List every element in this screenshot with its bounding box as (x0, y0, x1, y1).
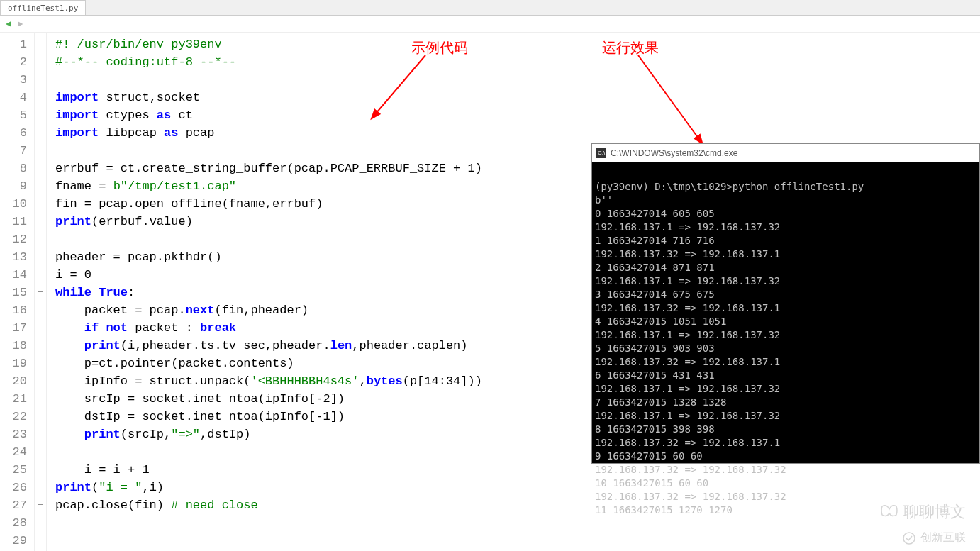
fold-marker (35, 337, 46, 355)
line-number-gutter: 1234567891011121314151617181920212223242… (0, 33, 34, 551)
line-number: 3 (0, 71, 34, 89)
line-number: 25 (0, 461, 34, 479)
line-number: 16 (0, 301, 34, 319)
line-number: 1 (0, 35, 34, 53)
fold-marker (35, 89, 46, 106)
fold-marker (35, 425, 46, 443)
terminal-body[interactable]: (py39env) D:\tmp\t1029>python offlineTes… (592, 162, 979, 521)
line-number: 23 (0, 425, 34, 443)
line-number: 4 (0, 89, 34, 106)
fold-marker[interactable]: − (35, 496, 46, 514)
nav-forward-icon[interactable]: ▶ (18, 18, 23, 29)
line-number: 18 (0, 337, 34, 355)
svg-point-2 (903, 533, 915, 544)
watermark-2-text: 创新互联 (920, 530, 966, 545)
terminal-icon: C:\ (596, 148, 606, 158)
line-number: 19 (0, 355, 34, 372)
annotation-left: 示例代码 (411, 38, 468, 57)
watermark-2: 创新互联 (902, 530, 966, 545)
line-number: 2 (0, 53, 34, 71)
fold-marker (35, 124, 46, 142)
fold-marker (35, 248, 46, 266)
annotation-right: 运行效果 (602, 38, 659, 57)
line-number: 11 (0, 213, 34, 230)
line-number: 8 (0, 160, 34, 177)
fold-marker (35, 355, 46, 372)
fold-marker (35, 390, 46, 408)
terminal-window: C:\ C:\WINDOWS\system32\cmd.exe (py39env… (591, 143, 980, 464)
nav-arrows: ◀ ▶ (0, 16, 980, 33)
fold-marker (35, 213, 46, 230)
code-line[interactable] (55, 71, 980, 89)
line-number: 22 (0, 408, 34, 425)
line-number: 29 (0, 532, 34, 550)
watermark-1: 聊聊博文 (879, 501, 966, 523)
fold-marker (35, 372, 46, 390)
line-number: 7 (0, 142, 34, 160)
line-number: 28 (0, 514, 34, 532)
line-number: 14 (0, 266, 34, 284)
code-line[interactable]: #--*-- coding:utf-8 --*-- (55, 53, 980, 71)
line-number: 15 (0, 284, 34, 301)
code-line[interactable]: import libpcap as pcap (55, 124, 980, 142)
code-line[interactable]: import ctypes as ct (55, 106, 980, 124)
line-number: 26 (0, 479, 34, 496)
fold-marker (35, 443, 46, 461)
fold-marker[interactable]: − (35, 284, 46, 301)
fold-marker (35, 35, 46, 53)
line-number: 24 (0, 443, 34, 461)
line-number: 27 (0, 496, 34, 514)
tab-bar: offlineTest1.py (0, 0, 980, 16)
fold-marker (35, 230, 46, 248)
fold-marker (35, 319, 46, 337)
line-number: 5 (0, 106, 34, 124)
terminal-title-text: C:\WINDOWS\system32\cmd.exe (611, 148, 737, 158)
file-tab-label: offlineTest1.py (8, 4, 78, 13)
fold-marker (35, 142, 46, 160)
line-number: 9 (0, 177, 34, 195)
line-number: 6 (0, 124, 34, 142)
terminal-titlebar[interactable]: C:\ C:\WINDOWS\system32\cmd.exe (592, 144, 979, 162)
fold-marker (35, 408, 46, 425)
line-number: 17 (0, 319, 34, 337)
fold-marker (35, 71, 46, 89)
watermark-1-text: 聊聊博文 (903, 501, 966, 523)
fold-marker (35, 301, 46, 319)
fold-column: −− (34, 33, 47, 551)
fold-marker (35, 514, 46, 532)
fold-marker (35, 532, 46, 550)
line-number: 10 (0, 195, 34, 213)
fold-marker (35, 53, 46, 71)
fold-marker (35, 106, 46, 124)
fold-marker (35, 479, 46, 496)
fold-marker (35, 461, 46, 479)
code-line[interactable] (55, 532, 980, 550)
line-number: 20 (0, 372, 34, 390)
code-line[interactable]: import struct,socket (55, 89, 980, 106)
file-tab[interactable]: offlineTest1.py (0, 0, 86, 15)
fold-marker (35, 177, 46, 195)
fold-marker (35, 266, 46, 284)
code-line[interactable]: #! /usr/bin/env py39env (55, 35, 980, 53)
nav-back-icon[interactable]: ◀ (6, 18, 11, 29)
line-number: 21 (0, 390, 34, 408)
line-number: 13 (0, 248, 34, 266)
line-number: 12 (0, 230, 34, 248)
fold-marker (35, 160, 46, 177)
fold-marker (35, 195, 46, 213)
